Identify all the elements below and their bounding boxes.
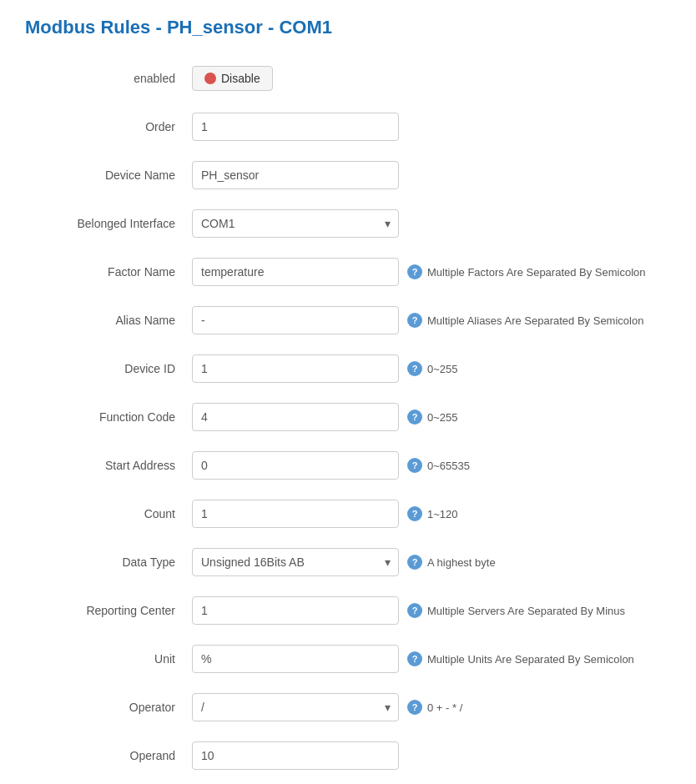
- order-row: Order: [25, 110, 671, 143]
- belonged-interface-label: Belonged Interface: [25, 217, 192, 230]
- page-title: Modbus Rules - PH_sensor - COM1: [25, 17, 671, 38]
- reporting-center-row: Reporting Center ? Multiple Servers Are …: [25, 594, 671, 627]
- function-code-hint: ? 0~255: [407, 410, 671, 425]
- alias-name-hint-text: Multiple Aliases Are Separated By Semico…: [427, 314, 643, 327]
- disable-button[interactable]: Disable: [192, 66, 273, 91]
- device-id-hint: ? 0~255: [407, 361, 671, 376]
- device-id-input[interactable]: [192, 354, 399, 383]
- operator-select-wrapper: / + - *: [192, 693, 399, 721]
- data-type-select[interactable]: Unsigned 16Bits AB: [192, 548, 399, 576]
- enabled-label: enabled: [25, 72, 192, 85]
- start-address-input[interactable]: [192, 451, 399, 480]
- operator-hint: ? 0 + - * /: [407, 700, 671, 715]
- device-id-label: Device ID: [25, 362, 192, 375]
- unit-hint: ? Multiple Units Are Separated By Semico…: [407, 651, 671, 666]
- function-code-input[interactable]: [192, 403, 399, 431]
- count-hint: ? 1~120: [407, 506, 671, 521]
- disable-dot-icon: [204, 73, 216, 84]
- operand-row: Operand: [25, 739, 671, 772]
- alias-name-hint: ? Multiple Aliases Are Separated By Semi…: [407, 313, 671, 328]
- count-hint-text: 1~120: [427, 508, 458, 520]
- reporting-center-hint-icon[interactable]: ?: [407, 603, 422, 618]
- operator-row: Operator / + - * ? 0 + - * /: [25, 691, 671, 724]
- reporting-center-hint-text: Multiple Servers Are Separated By Minus: [427, 605, 625, 617]
- start-address-hint: ? 0~65535: [407, 458, 671, 473]
- alias-name-hint-icon[interactable]: ?: [407, 313, 422, 328]
- device-id-row: Device ID ? 0~255: [25, 352, 671, 385]
- operator-hint-icon[interactable]: ?: [407, 700, 422, 715]
- alias-name-input[interactable]: [192, 306, 399, 334]
- disable-button-label: Disable: [221, 72, 260, 85]
- operand-label: Operand: [25, 749, 192, 762]
- unit-hint-icon[interactable]: ?: [407, 651, 422, 666]
- count-label: Count: [25, 507, 192, 520]
- order-label: Order: [25, 120, 192, 133]
- data-type-hint: ? A highest byte: [407, 555, 671, 570]
- operator-select[interactable]: / + - *: [192, 693, 399, 721]
- factor-name-hint-text: Multiple Factors Are Separated By Semico…: [427, 266, 646, 279]
- operator-label: Operator: [25, 701, 192, 714]
- function-code-hint-icon[interactable]: ?: [407, 410, 422, 425]
- order-input[interactable]: [192, 113, 399, 141]
- unit-label: Unit: [25, 652, 192, 666]
- belonged-interface-select[interactable]: COM1: [192, 209, 399, 238]
- factor-name-hint: ? Multiple Factors Are Separated By Semi…: [407, 264, 671, 279]
- operator-hint-text: 0 + - * /: [427, 701, 462, 714]
- unit-hint-text: Multiple Units Are Separated By Semicolo…: [427, 653, 634, 666]
- unit-input[interactable]: [192, 645, 399, 673]
- count-row: Count ? 1~120: [25, 497, 671, 530]
- reporting-center-label: Reporting Center: [25, 604, 192, 617]
- start-address-hint-icon[interactable]: ?: [407, 458, 422, 473]
- device-name-row: Device Name: [25, 158, 671, 192]
- data-type-label: Data Type: [25, 555, 192, 569]
- device-id-hint-text: 0~255: [427, 363, 458, 375]
- function-code-hint-text: 0~255: [427, 411, 458, 424]
- factor-name-label: Factor Name: [25, 265, 192, 279]
- count-hint-icon[interactable]: ?: [407, 506, 422, 521]
- alias-name-label: Alias Name: [25, 314, 192, 327]
- belonged-interface-select-wrapper: COM1: [192, 209, 399, 238]
- belonged-interface-row: Belonged Interface COM1: [25, 207, 671, 240]
- device-name-label: Device Name: [25, 168, 192, 182]
- data-type-select-wrapper: Unsigned 16Bits AB: [192, 548, 399, 576]
- count-input[interactable]: [192, 500, 399, 528]
- reporting-center-hint: ? Multiple Servers Are Separated By Minu…: [407, 603, 671, 618]
- data-type-row: Data Type Unsigned 16Bits AB ? A highest…: [25, 545, 671, 579]
- start-address-hint-text: 0~65535: [427, 460, 470, 472]
- start-address-row: Start Address ? 0~65535: [25, 449, 671, 482]
- device-name-input[interactable]: [192, 161, 399, 189]
- device-id-hint-icon[interactable]: ?: [407, 361, 422, 376]
- factor-name-hint-icon[interactable]: ?: [407, 264, 422, 279]
- operand-input[interactable]: [192, 741, 399, 770]
- unit-row: Unit ? Multiple Units Are Separated By S…: [25, 642, 671, 676]
- reporting-center-input[interactable]: [192, 596, 399, 625]
- data-type-hint-text: A highest byte: [427, 556, 496, 569]
- alias-name-row: Alias Name ? Multiple Aliases Are Separa…: [25, 304, 671, 337]
- data-type-hint-icon[interactable]: ?: [407, 555, 422, 570]
- factor-name-input[interactable]: [192, 258, 399, 286]
- enabled-row: enabled Disable: [25, 62, 671, 95]
- factor-name-row: Factor Name ? Multiple Factors Are Separ…: [25, 255, 671, 289]
- function-code-label: Function Code: [25, 410, 192, 424]
- function-code-row: Function Code ? 0~255: [25, 400, 671, 434]
- start-address-label: Start Address: [25, 459, 192, 472]
